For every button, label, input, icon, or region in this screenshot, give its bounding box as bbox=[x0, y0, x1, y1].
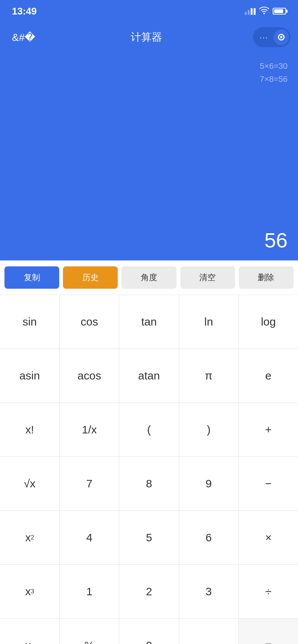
display-result: 56 bbox=[264, 228, 288, 252]
key-power[interactable]: xy bbox=[0, 619, 60, 644]
key-cos[interactable]: cos bbox=[60, 295, 119, 349]
nav-actions: ··· bbox=[253, 27, 291, 47]
key-percent[interactable]: % bbox=[60, 619, 119, 644]
key-log[interactable]: log bbox=[239, 295, 298, 349]
back-button[interactable]: &#� bbox=[7, 28, 40, 47]
key-6[interactable]: 6 bbox=[179, 511, 239, 564]
signal-icon bbox=[245, 7, 256, 15]
clear-button[interactable]: 清空 bbox=[180, 266, 235, 289]
key-asin[interactable]: asin bbox=[0, 349, 60, 403]
key-dot[interactable]: . bbox=[179, 619, 239, 644]
history-line-1: 5×6=30 bbox=[260, 60, 288, 73]
keypad-row-5: x3123÷ bbox=[0, 565, 298, 619]
key-atan[interactable]: atan bbox=[119, 349, 179, 403]
key-divide[interactable]: ÷ bbox=[239, 565, 298, 618]
keypad: sincostanlnlogasinacosatanπex!1/x()+√x78… bbox=[0, 295, 298, 644]
key-reciprocal[interactable]: 1/x bbox=[60, 403, 119, 456]
key-minus[interactable]: − bbox=[239, 457, 298, 510]
key-0[interactable]: 0 bbox=[119, 619, 179, 644]
key-lparen[interactable]: ( bbox=[119, 403, 179, 456]
nav-bar: &#� 计算器 ··· bbox=[0, 22, 298, 52]
key-rparen[interactable]: ) bbox=[179, 403, 239, 456]
key-8[interactable]: 8 bbox=[119, 457, 179, 510]
keypad-row-1: asinacosatanπe bbox=[0, 349, 298, 403]
keypad-row-4: x2456× bbox=[0, 511, 298, 565]
keypad-row-3: √x789− bbox=[0, 457, 298, 511]
status-bar: 13:49 bbox=[0, 0, 298, 22]
status-icons bbox=[245, 7, 286, 16]
key-sqrt[interactable]: √x bbox=[0, 457, 60, 510]
action-row: 复制 历史 角度 清空 删除 bbox=[0, 260, 298, 295]
record-button[interactable] bbox=[273, 29, 289, 45]
status-time: 13:49 bbox=[12, 6, 37, 17]
key-1[interactable]: 1 bbox=[60, 565, 119, 618]
key-factorial[interactable]: x! bbox=[0, 403, 60, 456]
copy-button[interactable]: 复制 bbox=[4, 266, 59, 289]
key-equals[interactable]: = bbox=[239, 619, 298, 644]
history-line-2: 7×8=56 bbox=[260, 73, 288, 86]
history-button[interactable]: 历史 bbox=[63, 266, 118, 289]
key-4[interactable]: 4 bbox=[60, 511, 119, 564]
key-acos[interactable]: acos bbox=[60, 349, 119, 403]
key-3[interactable]: 3 bbox=[179, 565, 239, 618]
key-plus[interactable]: + bbox=[239, 403, 298, 456]
history-hints: 5×6=30 7×8=56 bbox=[260, 60, 288, 86]
key-ln[interactable]: ln bbox=[179, 295, 239, 349]
record-icon bbox=[278, 34, 285, 41]
key-5[interactable]: 5 bbox=[119, 511, 179, 564]
keypad-row-0: sincostanlnlog bbox=[0, 295, 298, 349]
key-sin[interactable]: sin bbox=[0, 295, 60, 349]
key-pi[interactable]: π bbox=[179, 349, 239, 403]
key-tan[interactable]: tan bbox=[119, 295, 179, 349]
wifi-icon bbox=[259, 7, 269, 16]
angle-button[interactable]: 角度 bbox=[121, 266, 176, 289]
key-multiply[interactable]: × bbox=[239, 511, 298, 564]
delete-button[interactable]: 删除 bbox=[239, 266, 294, 289]
page-title: 计算器 bbox=[40, 30, 253, 44]
key-square[interactable]: x2 bbox=[0, 511, 60, 564]
key-7[interactable]: 7 bbox=[60, 457, 119, 510]
key-9[interactable]: 9 bbox=[179, 457, 239, 510]
keypad-row-6: xy%0.= bbox=[0, 619, 298, 644]
keypad-row-2: x!1/x()+ bbox=[0, 403, 298, 457]
key-cube[interactable]: x3 bbox=[0, 565, 60, 618]
more-options-button[interactable]: ··· bbox=[254, 32, 273, 43]
key-e[interactable]: e bbox=[239, 349, 298, 403]
display-area: 5×6=30 7×8=56 56 bbox=[0, 52, 298, 260]
battery-icon bbox=[273, 8, 286, 15]
key-2[interactable]: 2 bbox=[119, 565, 179, 618]
